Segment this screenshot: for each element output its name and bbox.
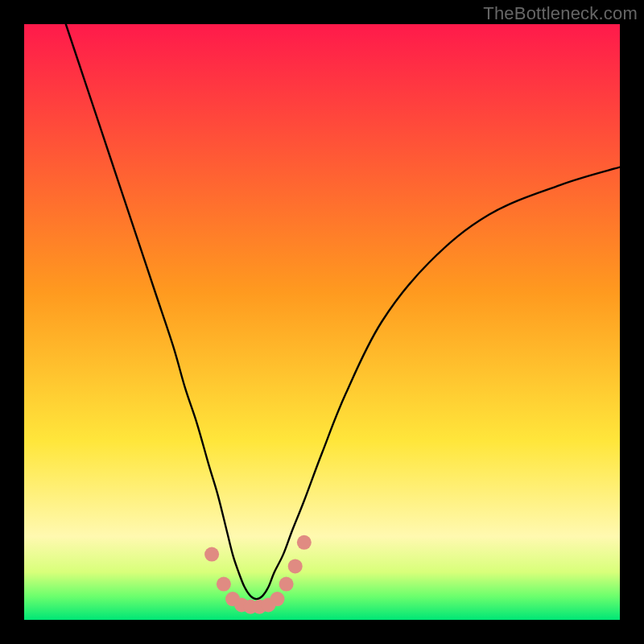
highlight-point [270, 592, 285, 606]
highlight-point [217, 577, 231, 592]
highlight-point [288, 559, 303, 573]
watermark-text: TheBottleneck.com [483, 3, 638, 24]
svg-rect-0 [24, 24, 620, 620]
highlight-point [204, 547, 219, 562]
chart-svg [24, 24, 620, 620]
plot-area [24, 24, 620, 620]
highlight-point [279, 577, 294, 592]
chart-frame: TheBottleneck.com [0, 0, 644, 644]
highlight-point [297, 535, 312, 550]
